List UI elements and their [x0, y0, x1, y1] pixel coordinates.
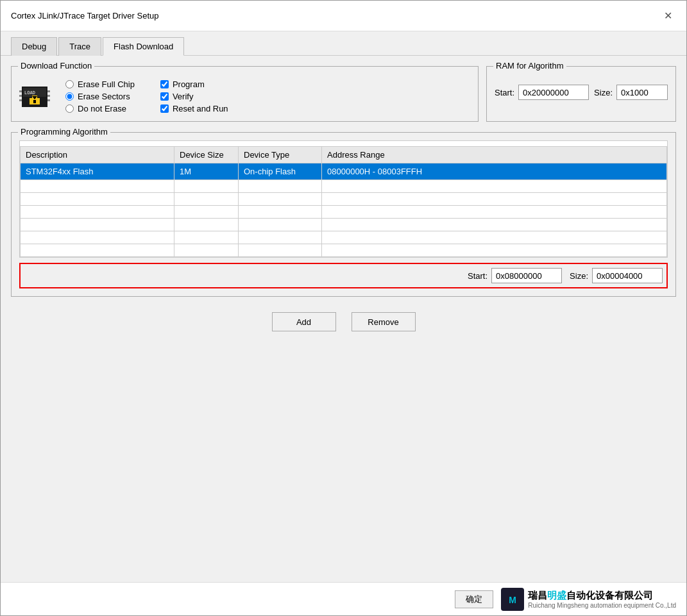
svg-rect-6 — [19, 99, 22, 101]
row-address-range: 08000000H - 08003FFFH — [322, 163, 667, 180]
window-title: Cortex JLink/JTrace Target Driver Setup — [11, 11, 158, 21]
footer: 确定 M 瑞昌明盛自动化设备有限公司 Ruichang Mingsheng au… — [1, 582, 686, 615]
top-sections: Download Function — [11, 66, 676, 132]
erase-radio-group: Erase Full Chip Erase Sectors Do not Era… — [65, 79, 135, 113]
ram-for-algorithm-group: RAM for Algorithm Start: Size: — [486, 66, 676, 122]
do-not-erase-radio[interactable] — [65, 104, 74, 113]
algo-table-header: Description Device Size Device Type Addr… — [21, 147, 667, 163]
action-checkbox-group: Program Verify Reset and Run — [160, 79, 228, 113]
ram-group-title: RAM for Algorithm — [493, 61, 566, 71]
row-description: STM32F4xx Flash — [21, 163, 174, 180]
svg-rect-5 — [19, 95, 22, 97]
download-function-title: Download Function — [18, 61, 94, 71]
row-device-type: On-chip Flash — [239, 163, 322, 180]
algo-start-input[interactable] — [491, 268, 562, 283]
download-function-body: LOAD Erase Full Chip — [19, 79, 470, 113]
load-icon: LOAD — [19, 81, 50, 112]
action-buttons: Add Remove — [11, 312, 676, 331]
table-row-empty-6 — [21, 244, 667, 257]
table-row-empty-4 — [21, 219, 667, 231]
row-device-size: 1M — [174, 163, 239, 180]
verify-checkbox[interactable] — [160, 92, 169, 101]
tabs-container: Debug Trace Flash Download — [1, 31, 686, 56]
svg-rect-9 — [47, 99, 50, 101]
reset-and-run-checkbox[interactable] — [160, 104, 169, 113]
table-row-empty-1 — [21, 180, 667, 193]
algo-table: Description Device Size Device Type Addr… — [20, 146, 667, 257]
programming-algorithm-title: Programming Algorithm — [18, 127, 110, 137]
ram-start-label: Start: — [495, 88, 514, 97]
dialog: Cortex JLink/JTrace Target Driver Setup … — [0, 0, 687, 616]
svg-text:M: M — [509, 595, 516, 605]
ram-size-input[interactable] — [616, 85, 668, 100]
title-bar: Cortex JLink/JTrace Target Driver Setup … — [1, 1, 686, 31]
svg-rect-8 — [47, 95, 50, 97]
erase-sectors-option[interactable]: Erase Sectors — [65, 92, 135, 101]
ram-size-field: Size: — [594, 85, 668, 100]
program-checkbox[interactable] — [160, 80, 169, 88]
company-icon: M — [501, 588, 524, 611]
ram-size-label: Size: — [594, 88, 613, 97]
remove-button[interactable]: Remove — [352, 312, 416, 331]
table-row-empty-5 — [21, 231, 667, 244]
erase-full-chip-option[interactable]: Erase Full Chip — [65, 79, 135, 89]
company-name-en: Ruichang Mingsheng automation equipment … — [528, 602, 676, 609]
table-row[interactable]: STM32F4xx Flash 1M On-chip Flash 0800000… — [21, 163, 667, 180]
programming-algorithm-group: Programming Algorithm Description Device… — [11, 132, 676, 297]
algo-table-container: Description Device Size Device Type Addr… — [19, 140, 668, 258]
col-address-range: Address Range — [322, 147, 667, 163]
erase-sectors-radio[interactable] — [65, 92, 74, 101]
reset-and-run-checkbox-item[interactable]: Reset and Run — [160, 104, 228, 113]
company-logo: M 瑞昌明盛自动化设备有限公司 Ruichang Mingsheng autom… — [501, 588, 676, 611]
col-device-type: Device Type — [239, 147, 322, 163]
ram-start-field: Start: — [495, 85, 589, 100]
erase-full-chip-radio[interactable] — [65, 80, 74, 88]
svg-rect-4 — [19, 90, 22, 92]
algo-size-field: Size: — [570, 268, 663, 283]
svg-rect-12 — [33, 100, 36, 103]
table-row-empty-3 — [21, 206, 667, 219]
ram-body: Start: Size: — [495, 85, 668, 100]
ram-start-input[interactable] — [518, 85, 589, 100]
do-not-erase-option[interactable]: Do not Erase — [65, 104, 135, 113]
svg-text:LOAD: LOAD — [24, 90, 35, 96]
tab-trace[interactable]: Trace — [58, 37, 101, 56]
add-button[interactable]: Add — [272, 312, 336, 331]
tab-debug[interactable]: Debug — [11, 37, 57, 56]
company-text: 瑞昌明盛自动化设备有限公司 Ruichang Mingsheng automat… — [528, 590, 676, 609]
col-device-size: Device Size — [174, 147, 239, 163]
program-checkbox-item[interactable]: Program — [160, 79, 228, 89]
algo-start-label: Start: — [468, 271, 488, 281]
algo-start-field: Start: — [468, 268, 562, 283]
svg-rect-7 — [47, 90, 50, 92]
download-function-group: Download Function — [11, 66, 479, 122]
algo-size-input[interactable] — [592, 268, 663, 283]
table-row-empty-2 — [21, 193, 667, 206]
close-button[interactable]: ✕ — [660, 8, 676, 23]
verify-checkbox-item[interactable]: Verify — [160, 92, 228, 101]
tab-content: Download Function — [1, 56, 686, 342]
confirm-button[interactable]: 确定 — [455, 590, 493, 608]
algo-size-label: Size: — [570, 271, 588, 281]
col-description: Description — [21, 147, 174, 163]
company-name-cn: 瑞昌明盛自动化设备有限公司 — [528, 590, 676, 602]
algo-bottom-section: Start: Size: — [19, 263, 668, 288]
tab-flash-download[interactable]: Flash Download — [103, 37, 184, 56]
